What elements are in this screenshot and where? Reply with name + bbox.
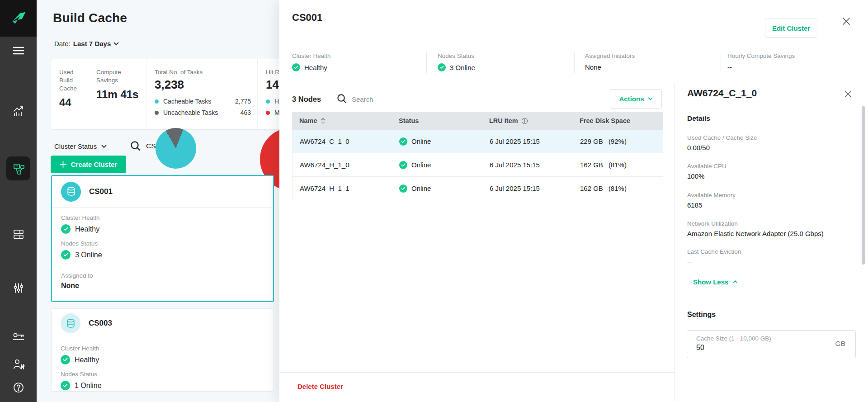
node-search-input[interactable] xyxy=(352,95,424,103)
stat-value: 3 Online xyxy=(450,64,475,71)
create-cluster-label: Create Cluster xyxy=(71,161,118,168)
legend-dot xyxy=(266,99,270,104)
node-detail-title: AW6724_C_1_0 xyxy=(687,88,757,99)
check-icon xyxy=(438,63,446,71)
node-status-value: Online xyxy=(411,184,431,192)
detail-network-utilization: Network Utilization Amazon Elastic Netwo… xyxy=(687,220,850,237)
detail-label: Last Cache Eviction xyxy=(687,248,850,255)
sidebar xyxy=(0,0,37,402)
cluster-card-cs001[interactable]: CS001 Cluster Health Healthy Nodes Statu… xyxy=(51,175,274,302)
database-icon xyxy=(66,186,76,197)
legend-uncacheable: Uncacheable Tasks 463 xyxy=(155,109,257,116)
stat-label: Used Build Cache xyxy=(59,68,85,93)
detail-label: Available Memory xyxy=(687,192,850,199)
date-filter[interactable]: Date: Last 7 Days xyxy=(54,40,119,47)
create-cluster-button[interactable]: Create Cluster xyxy=(51,156,126,173)
cluster-health-status: Healthy xyxy=(61,355,264,364)
help-icon[interactable] xyxy=(0,378,37,397)
legend-label: Uncacheable Tasks xyxy=(163,109,218,116)
delete-cluster-button[interactable]: Delete Cluster xyxy=(297,383,343,390)
node-name: AW6724_H_1_0 xyxy=(292,161,392,169)
stat-value: 44 xyxy=(59,96,88,109)
sliders-icon[interactable] xyxy=(0,278,37,298)
plus-icon xyxy=(60,161,66,168)
divider xyxy=(426,52,427,73)
page-title: Build Cache xyxy=(53,11,127,25)
stat-label: Total No. of Tasks xyxy=(155,68,257,76)
close-icon[interactable] xyxy=(841,16,851,26)
key-icon[interactable] xyxy=(0,327,37,347)
node-status-value: Online xyxy=(411,161,431,169)
app-logo[interactable] xyxy=(0,0,37,37)
detail-last-cache-eviction: Last Cache Eviction -- xyxy=(687,248,850,265)
column-header-free-disk-space[interactable]: Free Disk Space xyxy=(572,117,663,124)
show-less-link[interactable]: Show Less xyxy=(693,278,738,286)
column-header-lru-item[interactable]: LRU Item xyxy=(482,117,572,124)
legend-dot xyxy=(155,111,159,115)
node-lru: 6 Jul 2025 15:15 xyxy=(482,184,573,192)
sidebar-item-build-cache[interactable] xyxy=(6,156,30,180)
node-detail-panel: AW6724_C_1_0 Details Used Cache / Cache … xyxy=(675,84,868,402)
detail-value: -- xyxy=(687,258,850,265)
info-icon[interactable] xyxy=(521,118,528,124)
cluster-health-status: Healthy xyxy=(61,224,264,234)
cache-size-label: Cache Size (1 - 10,000 GB) xyxy=(696,335,847,342)
edit-cluster-label: Edit Cluster xyxy=(772,24,810,32)
node-disk: 162 GB (81%) xyxy=(573,184,663,192)
user-settings-icon[interactable] xyxy=(0,355,37,374)
header-stat-assigned-initiators: Assigned Initiators None xyxy=(585,52,635,71)
stat-value: Healthy xyxy=(304,64,327,71)
stat-hit-rate: Hit R 14. Hit Mi xyxy=(257,59,279,129)
cache-size-input[interactable] xyxy=(696,344,805,352)
table-row-node-3[interactable]: AW6724_H_1_1 Online 6 Jul 2025 15:15 162… xyxy=(292,177,663,200)
detail-value: 100% xyxy=(687,172,850,180)
legend-dot xyxy=(155,99,159,104)
detail-used-cache: Used Cache / Cache Size 0.00/50 xyxy=(687,134,850,151)
menu-icon[interactable] xyxy=(0,41,37,61)
cluster-card-body: Cluster Health Healthy Nodes Status 1 On… xyxy=(52,338,274,390)
disk-gb: 162 GB xyxy=(580,161,603,169)
chevron-down-icon xyxy=(101,145,107,148)
cluster-health-label: Cluster Health xyxy=(61,214,264,221)
legend-label: Mi xyxy=(274,109,279,116)
legend-hit: Hit xyxy=(266,98,279,105)
close-icon[interactable] xyxy=(843,89,853,99)
check-icon xyxy=(61,224,71,234)
chevron-down-icon xyxy=(113,42,119,46)
edit-cluster-button[interactable]: Edit Cluster xyxy=(765,19,817,38)
cache-size-field[interactable]: Cache Size (1 - 10,000 GB) GB xyxy=(687,330,856,358)
cluster-card-cs003[interactable]: CS003 Cluster Health Healthy Nodes Statu… xyxy=(51,308,274,392)
legend-value: 2,775 xyxy=(235,98,257,105)
column-header-name[interactable]: Name xyxy=(292,117,392,124)
detail-available-cpu: Available CPU 100% xyxy=(687,163,850,180)
details-heading: Details xyxy=(687,114,710,123)
search-icon xyxy=(130,140,142,152)
stat-label: Nodes Status xyxy=(438,52,475,59)
divider xyxy=(52,266,273,266)
sort-icon[interactable] xyxy=(321,118,325,124)
node-lru: 6 Jul 2025 15:15 xyxy=(482,161,573,169)
node-name: AW6724_H_1_1 xyxy=(292,184,392,192)
table-row-node-2[interactable]: AW6724_H_1_0 Online 6 Jul 2025 15:15 162… xyxy=(292,153,663,177)
actions-button[interactable]: Actions xyxy=(610,89,662,109)
nodes-status-label: Nodes Status xyxy=(61,371,264,378)
legend-label: Cacheable Tasks xyxy=(163,98,211,105)
check-icon xyxy=(399,184,407,193)
stat-value: 14. xyxy=(266,78,279,92)
settings-heading: Settings xyxy=(687,311,716,319)
layout-rows-icon[interactable] xyxy=(0,224,37,244)
table-row-node-1[interactable]: AW6724_C_1_0 Online 6 Jul 2025 15:15 229… xyxy=(292,130,663,153)
cluster-search-input[interactable] xyxy=(146,142,178,150)
scrollbar-thumb[interactable] xyxy=(862,106,865,265)
detail-label: Used Cache / Cache Size xyxy=(687,134,850,141)
column-label: Name xyxy=(299,117,317,124)
column-label: Free Disk Space xyxy=(580,117,630,124)
cluster-status-dropdown[interactable]: Cluster Status xyxy=(54,142,107,150)
stat-total-tasks: Total No. of Tasks 3,238 Cacheable Tasks… xyxy=(146,59,257,129)
column-header-status[interactable]: Status xyxy=(392,117,482,124)
analytics-icon[interactable] xyxy=(0,101,37,121)
cluster-name: CS003 xyxy=(89,319,112,328)
stat-label: Assigned Initiators xyxy=(585,52,635,59)
node-disk: 162 GB (81%) xyxy=(573,161,663,169)
assigned-to-value: None xyxy=(61,282,264,290)
